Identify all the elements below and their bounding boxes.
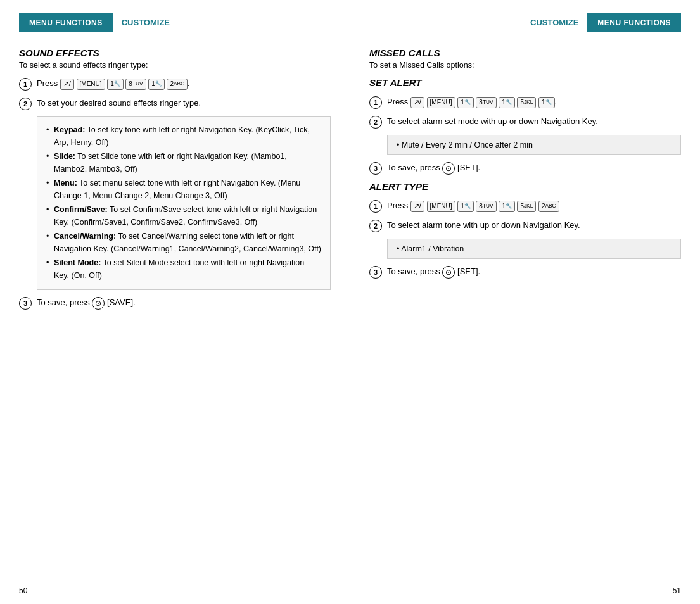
phone-key-r1: ↗/ <box>410 97 424 108</box>
save-button-icon: ⊙ <box>92 297 105 310</box>
step-3: 3 To save, press ⊙ [SAVE]. <box>19 296 331 310</box>
alert-type-step-1-content: Press ↗/ [MENU] 1🔧 8TUV 1🔧 5JKL 2ABC <box>387 199 681 212</box>
bullet-menu: Menu: To set menu select tone with left … <box>46 177 321 202</box>
bullet-cancel: Cancel/Warning: To set Cancel/Warning se… <box>46 230 321 255</box>
bullet-slide: Slide: To set Slide tone with left or ri… <box>46 150 321 175</box>
step-3-circle: 3 <box>19 297 32 310</box>
alert-type-step-3-circle: 3 <box>369 266 382 279</box>
alert-type-step-1: 1 Press ↗/ [MENU] 1🔧 8TUV 1🔧 5JKL 2ABC <box>369 199 681 213</box>
right-page: CUSTOMIZE MENU FUNCTIONS MISSED CALLS To… <box>350 0 700 604</box>
step-2: 2 To set your desired sound effects ring… <box>19 97 331 110</box>
bullet-keypad: Keypad: To set key tone with left or rig… <box>46 123 321 149</box>
menu-key-r2: [MENU] <box>427 201 455 212</box>
left-header: MENU FUNCTIONS CUSTOMIZE <box>19 13 331 32</box>
set-alert-step-1-content: Press ↗/ [MENU] 1🔧 8TUV 1🔧 5JKL 1🔧. <box>387 96 681 108</box>
left-page: MENU FUNCTIONS CUSTOMIZE SOUND EFFECTS T… <box>0 0 350 604</box>
bullet-silent: Silent Mode: To set Silent Mode select t… <box>46 256 321 282</box>
alert-type-title: ALERT TYPE <box>369 181 681 192</box>
menu-key-r1: [MENU] <box>427 97 455 108</box>
right-page-number: 51 <box>673 586 681 595</box>
sound-effects-subtitle: To select a sound effects ringer type: <box>19 61 331 70</box>
key-2: 2ABC <box>167 79 188 90</box>
step-2-content: To set your desired sound effects ringer… <box>37 97 331 110</box>
r2-key-1a: 1🔧 <box>457 201 474 212</box>
set-alert-step-3-circle: 3 <box>369 162 382 175</box>
right-customize-label: CUSTOMIZE <box>521 13 587 32</box>
alert-type-bullet-box: • Alarm1 / Vibration <box>387 239 681 259</box>
set-alert-bullet-text: Mute / Every 2 min / Once after 2 min <box>402 141 533 149</box>
r1-key-1b: 1🔧 <box>499 97 515 108</box>
set-alert-step-3-content: To save, press ⊙ [SET]. <box>387 161 681 175</box>
phone-key: ↗/ <box>60 79 74 90</box>
key-1b: 1🔧 <box>148 79 165 90</box>
alert-type-step-2: 2 To select alarm tone with up or down N… <box>369 219 681 232</box>
alert-type-step-3-content: To save, press ⊙ [SET]. <box>387 265 681 279</box>
phone-key-r2: ↗/ <box>410 201 424 212</box>
step-3-content: To save, press ⊙ [SAVE]. <box>37 296 331 310</box>
r1-key-1a: 1🔧 <box>457 97 474 108</box>
left-customize-label: CUSTOMIZE <box>113 13 179 32</box>
r1-key-8: 8TUV <box>476 97 496 108</box>
menu-key: [MENU] <box>77 79 105 90</box>
key-8: 8TUV <box>125 79 146 90</box>
alert-type-step-3: 3 To save, press ⊙ [SET]. <box>369 265 681 279</box>
set-alert-step-2-circle: 2 <box>369 116 382 129</box>
left-page-number: 50 <box>19 586 27 595</box>
missed-calls-title: MISSED CALLS <box>369 47 681 58</box>
r2-key-5: 5JKL <box>517 201 536 212</box>
set-alert-step-2: 2 To select alarm set mode with up or do… <box>369 115 681 129</box>
step-2-circle: 2 <box>19 98 32 110</box>
step-1-circle: 1 <box>19 78 32 91</box>
step-1: 1 Press ↗/ [MENU] 1🔧 8TUV 1🔧 2ABC. <box>19 77 331 91</box>
alert-type-save-icon: ⊙ <box>442 266 455 279</box>
key-1a: 1🔧 <box>107 79 124 90</box>
alert-type-step-2-circle: 2 <box>369 220 382 232</box>
right-menu-functions-btn: MENU FUNCTIONS <box>587 13 681 32</box>
bullet-confirm: Confirm/Save: To set Confirm/Save select… <box>46 203 321 229</box>
set-alert-step-2-content: To select alarm set mode with up or down… <box>387 115 681 128</box>
step-1-content: Press ↗/ [MENU] 1🔧 8TUV 1🔧 2ABC. <box>37 77 331 90</box>
alert-type-bullet-text: Alarm1 / Vibration <box>401 244 464 253</box>
set-alert-step-3: 3 To save, press ⊙ [SET]. <box>369 161 681 175</box>
set-alert-title: SET ALERT <box>369 77 681 88</box>
sound-effects-title: SOUND EFFECTS <box>19 47 331 58</box>
alert-type-step-2-content: To select alarm tone with up or down Nav… <box>387 219 681 232</box>
sound-effects-bullets: Keypad: To set key tone with left or rig… <box>37 116 331 290</box>
left-menu-functions-btn: MENU FUNCTIONS <box>19 13 113 32</box>
r2-key-1b: 1🔧 <box>499 201 515 212</box>
missed-calls-subtitle: To set a Missed Calls options: <box>369 61 681 70</box>
alert-type-step-1-circle: 1 <box>369 200 382 213</box>
r1-key-1c: 1🔧 <box>538 97 555 108</box>
r2-key-8: 8TUV <box>476 201 496 212</box>
set-alert-bullet-box: • Mute / Every 2 min / Once after 2 min <box>387 135 681 155</box>
right-header: CUSTOMIZE MENU FUNCTIONS <box>369 13 681 32</box>
r2-key-2: 2ABC <box>538 201 559 212</box>
set-alert-step-1-circle: 1 <box>369 96 382 109</box>
set-alert-save-icon: ⊙ <box>442 162 455 175</box>
r1-key-5: 5JKL <box>517 97 536 108</box>
set-alert-step-1: 1 Press ↗/ [MENU] 1🔧 8TUV 1🔧 5JKL 1🔧. <box>369 96 681 109</box>
